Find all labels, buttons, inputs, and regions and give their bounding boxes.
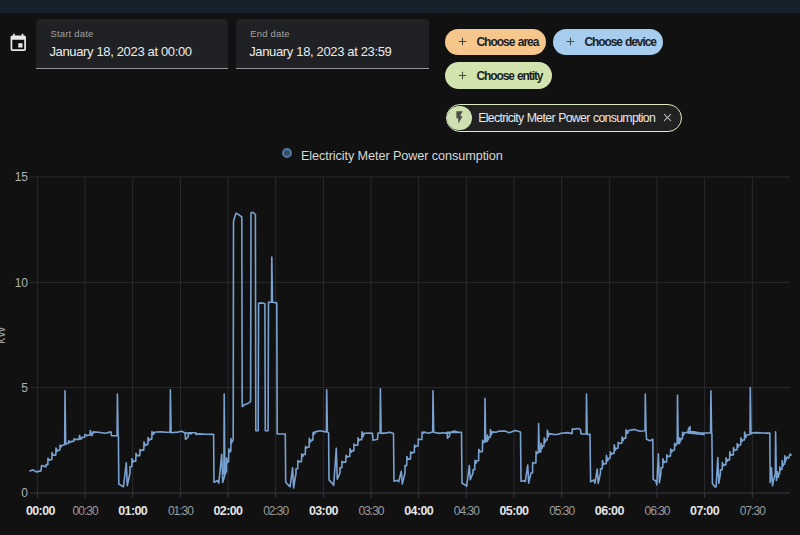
svg-text:03:00: 03:00	[309, 504, 339, 518]
svg-text:10: 10	[15, 276, 29, 290]
svg-text:02:00: 02:00	[214, 504, 244, 518]
svg-text:00:30: 00:30	[73, 504, 99, 518]
svg-text:04:30: 04:30	[454, 504, 480, 518]
svg-text:5: 5	[21, 381, 28, 395]
svg-text:01:30: 01:30	[168, 504, 194, 518]
svg-text:02:30: 02:30	[263, 504, 289, 518]
svg-text:07:00: 07:00	[690, 504, 720, 518]
svg-text:kW: kW	[0, 326, 8, 344]
svg-text:05:30: 05:30	[549, 504, 575, 518]
svg-text:05:00: 05:00	[500, 504, 530, 518]
svg-text:00:00: 00:00	[26, 504, 56, 518]
svg-text:15: 15	[15, 170, 29, 184]
svg-text:04:00: 04:00	[404, 504, 434, 518]
svg-text:07:30: 07:30	[740, 504, 766, 518]
svg-text:06:00: 06:00	[595, 504, 625, 518]
svg-text:06:30: 06:30	[644, 504, 670, 518]
svg-text:0: 0	[21, 486, 28, 500]
svg-text:01:00: 01:00	[118, 504, 148, 518]
svg-text:03:30: 03:30	[358, 504, 384, 518]
